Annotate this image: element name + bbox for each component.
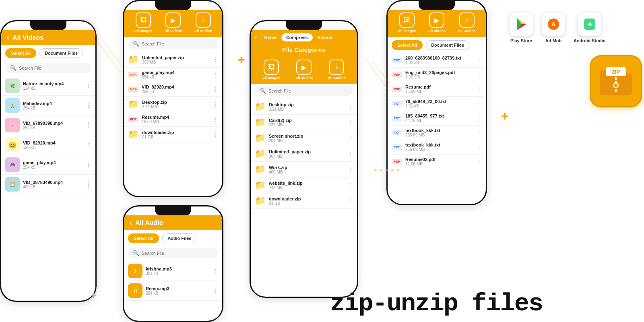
list-item[interactable]: 📁 Card(2).zip 237 MB ⋮ xyxy=(251,115,357,130)
more-icon[interactable]: ⋮ xyxy=(86,161,91,168)
phone4-search-input[interactable] xyxy=(268,89,348,93)
more-icon[interactable]: ⋮ xyxy=(476,115,482,122)
phone5-all-videos-btn[interactable]: ▶ All Videos xyxy=(428,12,446,33)
list-item[interactable]: 🎮 game_play.mp4 254 kB ⋮ xyxy=(1,155,95,175)
more-icon[interactable]: ⋮ xyxy=(347,135,353,141)
list-item[interactable]: 📁 Desktop.zip 3.11 MB ⋮ xyxy=(251,99,357,115)
list-item[interactable]: TXT 260_6283980100_82739.txt 1.01 kB ⋮ xyxy=(388,53,486,68)
all-videos-btn[interactable]: ▶ All Videos xyxy=(165,12,182,33)
list-item[interactable]: 🌿 Nature_beauty.mp4 124 kB ⋮ xyxy=(1,76,95,96)
list-item[interactable]: MP4 game_play.mp4 254 kB ⋮ xyxy=(124,68,222,82)
search-icon-4: 🔍 xyxy=(260,88,266,94)
more-icon[interactable]: ⋮ xyxy=(213,86,218,93)
more-icon[interactable]: ⋮ xyxy=(213,101,218,107)
play-store-item[interactable]: Play Store xyxy=(509,12,533,43)
list-item[interactable]: PDF Resume.pdf 15.09 MB ⋮ xyxy=(388,82,486,97)
list-item[interactable]: TXT 70_55949_23_00.txt 1.01 kB ⋮ xyxy=(388,97,486,111)
android-studio-item[interactable]: ✦ Android Studio xyxy=(574,12,605,43)
phone5-doc-files-btn[interactable]: Document Files xyxy=(426,40,469,50)
file-size: 1.00 GB xyxy=(405,75,473,79)
more-icon[interactable]: ⋮ xyxy=(347,166,353,173)
tab-extract[interactable]: Extract xyxy=(313,33,337,41)
more-icon[interactable]: ⋮ xyxy=(347,103,353,110)
phone3-search-input[interactable] xyxy=(142,251,213,256)
more-icon[interactable]: ⋮ xyxy=(347,198,353,204)
more-icon[interactable]: ⋮ xyxy=(476,130,482,136)
list-item[interactable]: TXT textbook_kkk.txt 235.89 MB ⋮ xyxy=(388,126,486,140)
more-icon[interactable]: ⋮ xyxy=(213,72,218,78)
phone4-all-audios-btn[interactable]: ♪ All Audios xyxy=(328,60,345,80)
admob-item[interactable]: A Ad Mob xyxy=(541,12,566,43)
phone2-search-input[interactable] xyxy=(142,41,213,46)
pdf-badge: PDF xyxy=(392,159,402,164)
phone3-select-all-btn[interactable]: Select All xyxy=(128,233,159,243)
plus-icon-1: + xyxy=(237,52,245,67)
more-icon[interactable]: ⋮ xyxy=(213,56,218,63)
more-icon[interactable]: ⋮ xyxy=(476,72,482,78)
phone5-all-images-btn[interactable]: 🖼 All Images xyxy=(398,12,416,33)
notch-1 xyxy=(30,21,66,30)
all-images-btn[interactable]: 🖼 All Images xyxy=(134,12,152,33)
more-icon[interactable]: ⋮ xyxy=(213,116,218,123)
more-icon[interactable]: ⋮ xyxy=(347,151,353,157)
more-icon[interactable]: ⋮ xyxy=(347,182,353,188)
list-item[interactable]: MP4 VID_82920.mp4 254 kB ⋮ xyxy=(124,82,222,97)
list-item[interactable]: 📁 website_link.zip 745 MB ⋮ xyxy=(251,178,357,193)
more-icon[interactable]: ⋮ xyxy=(86,83,91,89)
pdf-badge: PDF xyxy=(392,72,402,77)
tab-home[interactable]: Home xyxy=(259,33,281,41)
list-item[interactable]: TXT 185_80455_977.txt 44.76 MB ⋮ xyxy=(388,111,486,126)
phone1-search-input[interactable] xyxy=(19,66,87,70)
tab-compress[interactable]: Compress xyxy=(281,33,313,41)
more-icon[interactable]: ⋮ xyxy=(86,122,91,128)
back-arrow-icon-3[interactable]: ‹ xyxy=(130,219,132,227)
more-icon[interactable]: ⋮ xyxy=(86,142,91,148)
phone4-all-videos-btn[interactable]: ▶ All Videos xyxy=(295,60,313,80)
list-item[interactable]: 📁 Work.zip 400 MB ⋮ xyxy=(251,162,357,178)
list-item[interactable]: 📁 Unlimited_paper.zip 367 MB ⋮ xyxy=(251,146,357,162)
back-arrow-icon[interactable]: ‹ xyxy=(7,33,9,42)
phone5-all-audios-btn[interactable]: ♪ All Audios xyxy=(458,12,476,33)
phone1-select-all-btn[interactable]: Select All xyxy=(5,48,36,58)
more-icon[interactable]: ⋮ xyxy=(86,102,91,109)
phone3-audio-files-btn[interactable]: Audio Files xyxy=(162,233,196,243)
plus-icon-3: + xyxy=(501,109,509,124)
more-icon[interactable]: ⋮ xyxy=(476,159,482,165)
list-item[interactable]: 🙏 Mahadev.mp4 254 kB ⋮ xyxy=(1,96,95,116)
file-name: Desktop.zip xyxy=(269,102,344,107)
list-item[interactable]: PDF Resume02.pdf 12.06 MB ⋮ xyxy=(388,155,486,169)
list-item[interactable]: 📁 Screen short.zip 201 MB ⋮ xyxy=(251,130,357,146)
phone5-select-all-btn[interactable]: Select All xyxy=(392,40,423,50)
list-item[interactable]: PDF Resume.mp4 15.09 MB ⋮ xyxy=(124,112,222,127)
more-icon[interactable]: ⋮ xyxy=(86,181,91,188)
all-audios-btn[interactable]: ♪ All Audios xyxy=(194,12,212,33)
list-item[interactable]: PDF Eng_unit3_20pages.pdf 1.00 GB ⋮ xyxy=(388,68,486,82)
list-item[interactable]: TXT textbook_kkk.txt 235 89 MB ⋮ xyxy=(388,140,486,155)
file-name: VID_38783490.mp4 xyxy=(23,180,83,185)
list-item[interactable]: 📁 downloader.zip 01 GB ⋮ xyxy=(124,127,222,142)
list-item[interactable]: 🌸 VID_67890398.mp4 254 kB ⋮ xyxy=(1,116,95,135)
phone1-doc-files-btn[interactable]: Document Files xyxy=(39,48,83,58)
list-item[interactable]: 📁 Unlimited_paper.zip 367 MB ⋮ xyxy=(124,52,222,68)
more-icon[interactable]: ⋮ xyxy=(347,119,353,126)
zip-icon: 📁 xyxy=(255,117,266,128)
more-icon[interactable]: ⋮ xyxy=(476,86,482,93)
list-item[interactable]: 📁 Desktop.zip 3.11 MB ⋮ xyxy=(124,97,222,112)
more-icon[interactable]: ⋮ xyxy=(476,57,482,64)
list-item[interactable]: ♪ krishna.mp3 321 kB ⋮ xyxy=(124,261,222,281)
more-icon[interactable]: ⋮ xyxy=(213,268,218,274)
more-icon[interactable]: ⋮ xyxy=(476,101,482,107)
audios-icon-5: ♪ xyxy=(459,12,475,28)
list-item[interactable]: 📁 downloader.zip 01 GB ⋮ xyxy=(251,193,357,209)
more-icon[interactable]: ⋮ xyxy=(476,144,482,151)
list-item[interactable]: 🌅 VID_38783490.mp4 409 kB ⋮ xyxy=(1,175,95,194)
nav-back-icon[interactable]: ‹ xyxy=(255,34,257,41)
more-icon[interactable]: ⋮ xyxy=(213,131,218,138)
zip-icon: 📁 xyxy=(255,149,266,159)
list-item[interactable]: ♫ Remix.mp3 254 kB ⋮ xyxy=(124,281,222,301)
phone4-all-images-btn[interactable]: 🖼 All Images xyxy=(262,60,281,80)
file-info: downloader.zip 01 GB xyxy=(269,196,344,206)
more-icon[interactable]: ⋮ xyxy=(213,287,218,294)
file-info: Eng_unit3_20pages.pdf 1.00 GB xyxy=(405,70,473,79)
list-item[interactable]: 😊 VID_82920.mp4 120 kB ⋮ xyxy=(1,135,95,155)
